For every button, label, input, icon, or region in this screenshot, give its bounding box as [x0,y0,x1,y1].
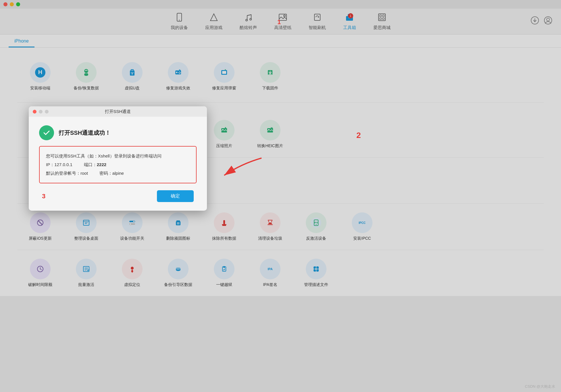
modal-minimize-button[interactable] [39,110,43,114]
modal-success-text: 打开SSH通道成功！ [59,129,111,137]
modal-info-box: 您可以使用SSH工具（如：Xshell）登录到设备进行终端访问 IP：127.0… [39,146,197,183]
modal-close-button[interactable] [33,110,36,114]
info-line2: IP：127.0.0.1 端口：2222 [46,160,190,169]
modal-footer: 3 确定 [39,190,197,202]
confirm-button[interactable]: 确定 [157,190,194,202]
modal-number-annotation: 3 [42,193,45,200]
ssh-modal: 打开SSH通道 打开SSH通道成功！ 您可以使用SSH工具（如：Xshell）登… [29,106,207,211]
modal-titlebar: 打开SSH通道 [29,106,207,117]
modal-success-row: 打开SSH通道成功！ [39,125,197,140]
info-line1: 您可以使用SSH工具（如：Xshell）登录到设备进行终端访问 [46,152,190,160]
modal-body: 打开SSH通道成功！ 您可以使用SSH工具（如：Xshell）登录到设备进行终端… [29,117,207,211]
modal-maximize-button[interactable] [45,110,49,114]
success-icon [39,125,54,140]
watermark: CSDN @大炮走水 [525,384,555,389]
modal-title: 打开SSH通道 [105,109,131,114]
info-line3: 默认的登录帐号：root 密码：alpine [46,169,190,178]
